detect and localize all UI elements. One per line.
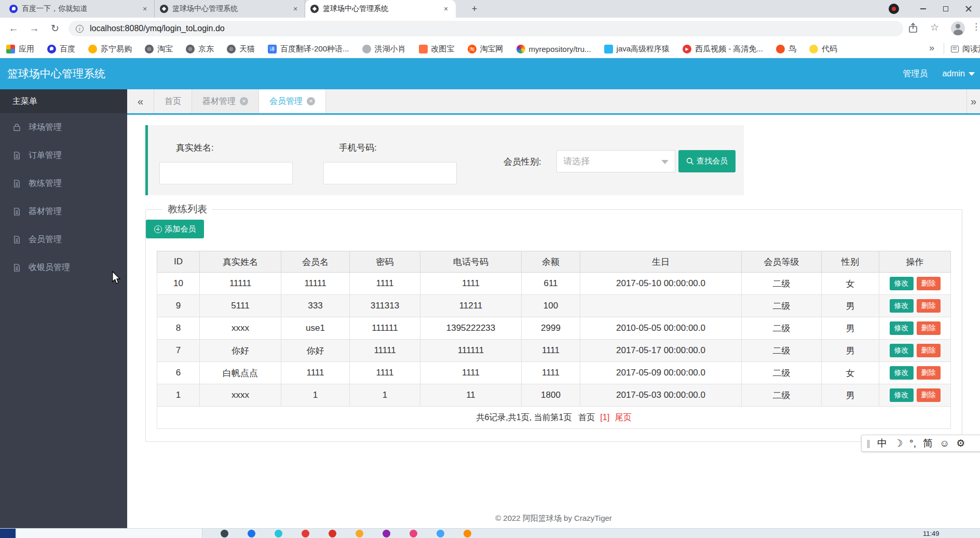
table-row[interactable]: 6白帆点点11111111111111112017-05-09 00:00:00… [157, 362, 951, 384]
user-menu[interactable]: admin [942, 69, 975, 78]
bookmark-item[interactable]: myrepository/tru... [516, 45, 591, 53]
close-button[interactable] [957, 0, 980, 18]
sidebar-item-coaches[interactable]: 教练管理 [0, 169, 127, 197]
table-row[interactable]: 7你好你好1111111111111112017-05-17 00:00:00.… [157, 340, 951, 362]
search-member-button[interactable]: 查找会员 [678, 150, 736, 172]
delete-button[interactable]: 删除 [917, 321, 941, 335]
taskbar-icon-app-pink[interactable] [410, 530, 417, 537]
taskbar-icon-app-red[interactable] [302, 530, 309, 537]
bookmarks-overflow-chevron[interactable]: » [929, 43, 934, 53]
content-tab-home[interactable]: 首页 [154, 89, 192, 113]
content-tab-members[interactable]: 会员管理✕ [259, 89, 326, 113]
tab-close-icon[interactable]: ✕ [441, 4, 451, 14]
taskbar-icon-app-purple[interactable] [383, 530, 390, 537]
bookmark-label: 淘宝 [157, 44, 173, 54]
ime-halfwidth-moon[interactable]: ☽ [894, 437, 903, 449]
taskbar-icon-app-dark[interactable] [221, 530, 228, 537]
ime-settings[interactable]: ⚙ [956, 437, 965, 449]
add-member-button[interactable]: 添加会员 [146, 220, 204, 238]
minimize-button[interactable] [911, 0, 934, 18]
gender-select[interactable]: 请选择 [556, 150, 675, 172]
browser-tab[interactable]: 百度一下，你就知道✕ [4, 0, 155, 18]
edit-button[interactable]: 修改 [890, 277, 914, 290]
pagination-first[interactable]: 首页 [578, 413, 595, 422]
taskbar-clock: 11:49 [923, 530, 940, 537]
profile-avatar[interactable] [951, 21, 965, 35]
address-bar[interactable]: localhost:8080/ymq/login_toLogin.do [69, 21, 903, 36]
bookmark-item[interactable]: 苏宁易购 [88, 44, 132, 54]
bookmark-star-icon[interactable]: ☆ [930, 21, 939, 33]
forward-icon[interactable]: → [27, 21, 42, 36]
new-tab-button[interactable] [468, 3, 481, 15]
share-icon[interactable] [908, 23, 918, 35]
bookmark-item[interactable]: 洪湖小肖 [362, 44, 406, 54]
sidebar-item-cashiers[interactable]: 收银员管理 [0, 253, 127, 281]
ime-toolbar[interactable]: ∥中☽°,简☺⚙ [861, 435, 980, 452]
bookmark-item[interactable]: 淘宝 [145, 44, 173, 54]
taskbar-icon-app-yellow[interactable] [356, 530, 363, 537]
reading-list-button[interactable]: 阅读清单 [951, 39, 980, 58]
taskbar-icon-app-cyan[interactable] [275, 530, 282, 537]
phone-input[interactable] [323, 162, 457, 184]
edit-button[interactable]: 修改 [890, 388, 914, 402]
ime-emoji-picker[interactable]: ☺ [940, 438, 949, 449]
edit-button[interactable]: 修改 [890, 299, 914, 313]
tab-close-icon[interactable]: ✕ [240, 97, 248, 105]
real-name-input[interactable] [159, 162, 293, 184]
tab-close-icon[interactable]: ✕ [291, 4, 300, 14]
ime-drag-handle[interactable]: ∥ [866, 438, 870, 448]
pagination-last[interactable]: 尾页 [615, 413, 632, 422]
maximize-button[interactable] [934, 0, 957, 18]
edit-button[interactable]: 修改 [890, 366, 914, 380]
taskbar-icon-app-lightblue[interactable] [437, 530, 444, 537]
bookmark-item[interactable]: 淘淘宝网 [468, 44, 503, 54]
reload-icon[interactable]: ↻ [48, 21, 62, 36]
bookmark-item[interactable]: 代码 [809, 44, 837, 54]
tab-close-icon[interactable]: ✕ [140, 4, 149, 14]
table-row[interactable]: 9511133331131311211100 二级男修改删除 [157, 295, 951, 317]
sidebar-item-members[interactable]: 会员管理 [0, 225, 127, 253]
delete-button[interactable]: 删除 [917, 277, 941, 290]
bookmark-item[interactable]: 改图宝 [419, 44, 455, 54]
site-info-icon[interactable] [76, 25, 84, 33]
browser-menu-icon[interactable]: ⋮ [972, 21, 980, 32]
delete-button[interactable]: 删除 [917, 366, 941, 380]
tab-close-icon[interactable]: ✕ [307, 97, 315, 105]
browser-tab[interactable]: 篮球场中心管理系统✕ [155, 0, 305, 18]
taskbar-pinned-app[interactable] [0, 529, 16, 538]
ime-simplified-mode[interactable]: 简 [923, 437, 933, 450]
table-row[interactable]: 8xxxxuse1111111139522223329992010-05-05 … [157, 317, 951, 340]
tabs-scroll-left-icon[interactable]: « [127, 89, 154, 113]
tabs-scroll-right-icon[interactable]: » [967, 89, 980, 113]
delete-button[interactable]: 删除 [917, 344, 941, 357]
sidebar-item-equipment[interactable]: 器材管理 [0, 197, 127, 225]
bookmark-item[interactable]: 应用 [6, 44, 34, 54]
content-tab-equipment[interactable]: 器材管理✕ [192, 89, 259, 113]
sidebar-item-courts[interactable]: 球场管理 [0, 113, 127, 141]
browser-tab[interactable]: 篮球场中心管理系统✕ [305, 0, 456, 18]
edit-button[interactable]: 修改 [890, 344, 914, 357]
taskbar-icon-app-record[interactable] [329, 530, 336, 537]
taskbar-icon-app-blue[interactable] [248, 530, 255, 537]
ime-chinese-mode[interactable]: 中 [877, 437, 887, 450]
edit-button[interactable]: 修改 [890, 321, 914, 335]
table-row[interactable]: 1xxxx111118002017-05-03 00:00:00.0二级男修改删… [157, 384, 951, 407]
bookmark-item[interactable]: 百度 [47, 44, 75, 54]
bookmark-item[interactable]: 天猫 [227, 44, 255, 54]
table-row[interactable]: 101111111111111111116112017-05-10 00:00:… [157, 273, 951, 295]
bookmark-item[interactable]: 京东 [186, 44, 214, 54]
sidebar-item-orders[interactable]: 订单管理 [0, 141, 127, 169]
back-icon[interactable]: ← [6, 21, 21, 36]
ime-punctuation-mode[interactable]: °, [909, 438, 916, 449]
taskbar-window-button[interactable] [17, 529, 202, 538]
delete-button[interactable]: 删除 [917, 299, 941, 313]
bookmark-item[interactable]: 译百度翻译-200种语... [268, 44, 349, 54]
bookmark-item[interactable]: java高级程序猿 [604, 44, 670, 54]
bookmark-item[interactable]: ▶西瓜视频 - 高清免... [683, 44, 763, 54]
delete-button[interactable]: 删除 [917, 388, 941, 402]
media-button[interactable] [889, 4, 899, 14]
pagination-current[interactable]: [1] [600, 413, 609, 422]
role-link[interactable]: 管理员 [903, 69, 928, 79]
bookmark-item[interactable]: 鸟 [776, 44, 796, 54]
taskbar-icon-app-orange[interactable] [464, 530, 471, 537]
